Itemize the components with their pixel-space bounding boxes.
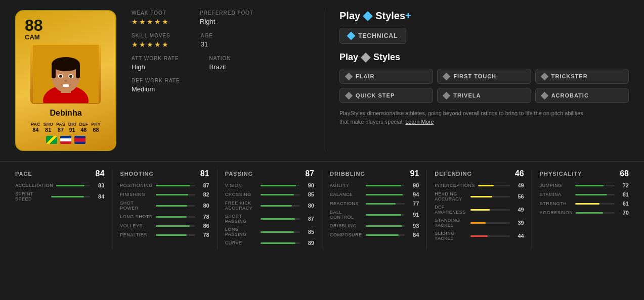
quick-step-label: QUICK STEP [356, 92, 395, 98]
stat-value: 78 [198, 232, 209, 238]
trivela-diamond-icon [443, 91, 451, 99]
playstyle-grid: FLAIR FIRST TOUCH TRICKSTER QUICK STEP T… [339, 69, 629, 103]
stat-item-strength: STRENGTH61 [540, 201, 629, 207]
stat-name-label: STAMINA [540, 192, 573, 197]
sho-label: SHO [43, 122, 53, 127]
playstyles-plus-suffix: Styles+ [375, 10, 411, 22]
stat-bar-container [576, 212, 615, 214]
stat-bar [156, 216, 187, 218]
stat-value: 86 [198, 223, 209, 229]
stat-bar-container [156, 185, 195, 186]
stat-bar [576, 212, 603, 214]
stat-bar-container [156, 234, 195, 236]
att-work-rate-item: ATT WORK RATE High [132, 56, 179, 71]
stat-bar [156, 225, 190, 227]
stat-bar-container [51, 196, 91, 197]
info-row-1: WEAK FOOT ★★★★★ PREFERRED FOOT Right [132, 10, 309, 26]
stat-item-acceleration: ACCELERATION83 [15, 182, 104, 188]
stat-cat-header-passing: PASSING87 [225, 169, 314, 178]
stat-bar-container [261, 218, 300, 220]
learn-more-link[interactable]: Learn More [405, 119, 434, 125]
card-stat-pas: PAS 87 [56, 122, 65, 133]
flair-diamond-icon [345, 72, 353, 80]
stat-bar-container [261, 194, 300, 195]
stats-section: PACE84ACCELERATION83SPRINT SPEED84SHOOTI… [0, 162, 644, 257]
stat-bar-container [261, 242, 300, 244]
stat-name-label: STANDING TACKLE [435, 218, 467, 228]
stat-value: 93 [408, 223, 419, 229]
stat-name-label: BALL CONTROL [330, 210, 363, 220]
playstyle-quick-step: QUICK STEP [339, 88, 433, 103]
stat-bar-container [575, 203, 615, 205]
stat-value: 80 [198, 203, 209, 209]
stat-bar-container [261, 205, 300, 207]
stat-name-label: VOLLEYS [120, 223, 153, 228]
stat-name-label: SHORT PASSING [225, 214, 258, 224]
def-value: 46 [80, 127, 87, 133]
stat-name-label: AGILITY [330, 183, 363, 188]
stat-bar [470, 235, 488, 237]
card-stat-dri: DRI 91 [68, 122, 76, 133]
stat-name-label: BALANCE [330, 192, 363, 197]
stat-bar [470, 209, 490, 211]
first-touch-diamond-icon [443, 72, 451, 80]
stat-value: 85 [303, 191, 314, 197]
stat-bar-container [261, 185, 300, 186]
stat-cat-name-passing: PASSING [225, 171, 253, 177]
stat-bar [575, 185, 604, 186]
stat-value: 90 [303, 182, 314, 188]
stat-item-def-awareness: DEF AWARENESS49 [435, 205, 524, 215]
stat-value: 49 [513, 207, 524, 213]
stat-bar-container [261, 231, 300, 233]
diamond-icon [361, 53, 371, 63]
playstyle-trickster: TRICKSTER [535, 69, 629, 84]
stat-cat-dribbling: DRIBBLING91AGILITY90BALANCE94REACTIONS77… [330, 169, 427, 249]
pac-label: PAC [31, 122, 40, 127]
stat-cat-name-dribbling: DRIBBLING [330, 171, 365, 177]
stat-bar [261, 231, 294, 233]
first-touch-label: FIRST TOUCH [453, 73, 496, 79]
stat-bar [366, 225, 402, 227]
playstyles-title: Play Styles [339, 52, 629, 63]
card-flags [46, 136, 85, 144]
stat-name-label: DEF AWARENESS [435, 205, 467, 215]
stat-item-dribbling: DRIBBLING93 [330, 223, 419, 229]
stat-name-label: LONG PASSING [225, 227, 258, 237]
card-name: Debinha [50, 109, 81, 118]
stat-item-positioning: POSITIONING87 [120, 182, 209, 188]
stat-value: 83 [93, 182, 104, 188]
stat-value: 61 [618, 201, 629, 207]
stat-cat-header-shooting: SHOOTING81 [120, 169, 209, 178]
info-row-3: ATT WORK RATE High NATION Brazil [132, 56, 309, 71]
att-work-rate-label: ATT WORK RATE [132, 56, 179, 61]
stat-value: 39 [513, 220, 524, 226]
stat-bar-container [478, 185, 510, 186]
stat-value: 81 [618, 191, 629, 197]
card-stat-phy: PHY 68 [91, 122, 101, 133]
stat-item-composure: COMPOSURE84 [330, 232, 419, 238]
stat-bar-container [366, 203, 405, 205]
stat-cat-value-physicality: 68 [620, 169, 629, 178]
stat-bar [366, 194, 403, 195]
stat-value: 87 [198, 182, 209, 188]
skill-moves-label: SKILL MOVES [132, 33, 170, 38]
playstyles-desc-text: PlayStyles dimensionalise athletes, goin… [339, 110, 583, 125]
stat-bar [366, 234, 399, 236]
stat-name-label: SLIDING TACKLE [435, 231, 467, 241]
stat-name-label: COMPOSURE [330, 232, 363, 237]
def-label: DEF [79, 122, 88, 127]
stat-bar-container [470, 235, 510, 237]
card-stats-row: PAC 84 SHO 81 PAS 87 DRI 91 DEF 46 [31, 122, 101, 133]
player-face-svg [33, 45, 99, 103]
stat-item-vision: VISION90 [225, 182, 314, 188]
card-stat-def: DEF 46 [79, 122, 88, 133]
stat-name-label: REACTIONS [330, 201, 363, 206]
stat-value: 56 [513, 193, 524, 199]
stat-name-label: LONG SHOTS [120, 214, 153, 219]
stat-item-ball-control: BALL CONTROL91 [330, 210, 419, 220]
stat-item-long-passing: LONG PASSING85 [225, 227, 314, 237]
stat-bar [156, 194, 188, 195]
playstyle-flair: FLAIR [339, 69, 433, 84]
player-card: 88 CAM [15, 10, 116, 151]
stat-bar-container [156, 194, 195, 195]
